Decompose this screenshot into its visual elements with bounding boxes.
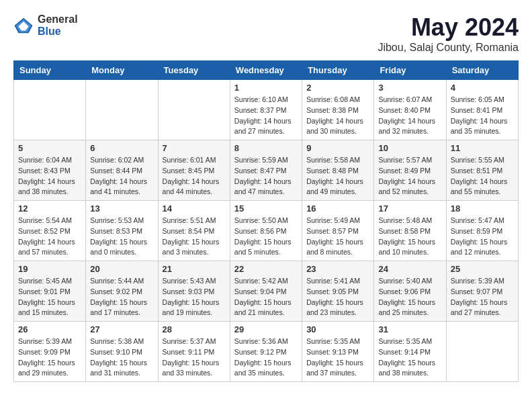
day-cell: 4Sunrise: 6:05 AM Sunset: 8:41 PM Daylig… bbox=[446, 80, 518, 140]
week-row-5: 26Sunrise: 5:39 AM Sunset: 9:09 PM Dayli… bbox=[14, 322, 519, 382]
day-cell: 27Sunrise: 5:38 AM Sunset: 9:10 PM Dayli… bbox=[86, 322, 158, 382]
day-number: 30 bbox=[306, 324, 369, 334]
day-info: Sunrise: 5:50 AM Sunset: 8:56 PM Dayligh… bbox=[234, 216, 298, 258]
day-info: Sunrise: 6:04 AM Sunset: 8:43 PM Dayligh… bbox=[18, 155, 81, 197]
day-number: 3 bbox=[378, 83, 441, 93]
calendar-table: SundayMondayTuesdayWednesdayThursdayFrid… bbox=[13, 60, 519, 382]
subtitle: Jibou, Salaj County, Romania bbox=[378, 42, 519, 54]
day-cell: 5Sunrise: 6:04 AM Sunset: 8:43 PM Daylig… bbox=[14, 140, 86, 201]
day-cell: 13Sunrise: 5:53 AM Sunset: 8:53 PM Dayli… bbox=[86, 201, 158, 261]
day-info: Sunrise: 6:10 AM Sunset: 8:37 PM Dayligh… bbox=[234, 95, 298, 137]
day-info: Sunrise: 5:49 AM Sunset: 8:57 PM Dayligh… bbox=[306, 216, 369, 258]
day-number: 24 bbox=[378, 264, 441, 274]
day-cell: 24Sunrise: 5:40 AM Sunset: 9:06 PM Dayli… bbox=[374, 261, 446, 322]
header-cell-thursday: Thursday bbox=[302, 61, 374, 80]
day-cell: 29Sunrise: 5:36 AM Sunset: 9:12 PM Dayli… bbox=[230, 322, 302, 382]
day-number: 4 bbox=[451, 83, 514, 93]
header-cell-monday: Monday bbox=[86, 61, 158, 80]
week-row-2: 5Sunrise: 6:04 AM Sunset: 8:43 PM Daylig… bbox=[14, 140, 519, 201]
day-cell: 31Sunrise: 5:35 AM Sunset: 9:14 PM Dayli… bbox=[374, 322, 446, 382]
day-cell: 30Sunrise: 5:35 AM Sunset: 9:13 PM Dayli… bbox=[302, 322, 374, 382]
day-cell: 22Sunrise: 5:42 AM Sunset: 9:04 PM Dayli… bbox=[230, 261, 302, 322]
day-number: 23 bbox=[306, 264, 369, 274]
day-cell: 3Sunrise: 6:07 AM Sunset: 8:40 PM Daylig… bbox=[374, 80, 446, 140]
header-cell-tuesday: Tuesday bbox=[158, 61, 230, 80]
day-number: 25 bbox=[451, 264, 514, 274]
header-cell-saturday: Saturday bbox=[446, 61, 518, 80]
day-cell: 2Sunrise: 6:08 AM Sunset: 8:38 PM Daylig… bbox=[302, 80, 374, 140]
day-cell: 21Sunrise: 5:43 AM Sunset: 9:03 PM Dayli… bbox=[158, 261, 230, 322]
logo-blue-text: Blue bbox=[38, 26, 78, 38]
day-number: 12 bbox=[18, 203, 81, 214]
day-info: Sunrise: 5:37 AM Sunset: 9:11 PM Dayligh… bbox=[163, 336, 226, 379]
day-number: 22 bbox=[234, 264, 298, 274]
day-info: Sunrise: 5:57 AM Sunset: 8:49 PM Dayligh… bbox=[378, 155, 441, 197]
day-cell bbox=[158, 80, 230, 140]
day-number: 10 bbox=[378, 143, 441, 153]
day-number: 5 bbox=[18, 143, 81, 153]
day-number: 14 bbox=[163, 203, 226, 214]
day-number: 9 bbox=[306, 143, 369, 153]
day-info: Sunrise: 5:45 AM Sunset: 9:01 PM Dayligh… bbox=[18, 276, 81, 318]
day-cell: 6Sunrise: 6:02 AM Sunset: 8:44 PM Daylig… bbox=[86, 140, 158, 201]
header-row: SundayMondayTuesdayWednesdayThursdayFrid… bbox=[14, 61, 519, 80]
header-cell-friday: Friday bbox=[374, 61, 446, 80]
day-info: Sunrise: 6:02 AM Sunset: 8:44 PM Dayligh… bbox=[90, 155, 153, 197]
day-number: 27 bbox=[90, 324, 153, 334]
day-cell bbox=[14, 80, 86, 140]
day-info: Sunrise: 5:59 AM Sunset: 8:47 PM Dayligh… bbox=[234, 155, 298, 197]
day-cell: 19Sunrise: 5:45 AM Sunset: 9:01 PM Dayli… bbox=[14, 261, 86, 322]
day-number: 26 bbox=[18, 324, 81, 334]
day-info: Sunrise: 6:05 AM Sunset: 8:41 PM Dayligh… bbox=[451, 95, 514, 137]
day-info: Sunrise: 5:40 AM Sunset: 9:06 PM Dayligh… bbox=[378, 276, 441, 318]
header-cell-wednesday: Wednesday bbox=[230, 61, 302, 80]
day-info: Sunrise: 5:48 AM Sunset: 8:58 PM Dayligh… bbox=[378, 216, 441, 258]
day-cell: 23Sunrise: 5:41 AM Sunset: 9:05 PM Dayli… bbox=[302, 261, 374, 322]
day-number: 6 bbox=[90, 143, 153, 153]
day-info: Sunrise: 5:54 AM Sunset: 8:52 PM Dayligh… bbox=[18, 216, 81, 258]
day-number: 15 bbox=[234, 203, 298, 214]
week-row-4: 19Sunrise: 5:45 AM Sunset: 9:01 PM Dayli… bbox=[14, 261, 519, 322]
day-info: Sunrise: 5:43 AM Sunset: 9:03 PM Dayligh… bbox=[163, 276, 226, 318]
day-cell: 1Sunrise: 6:10 AM Sunset: 8:37 PM Daylig… bbox=[230, 80, 302, 140]
day-cell bbox=[86, 80, 158, 140]
day-info: Sunrise: 5:35 AM Sunset: 9:14 PM Dayligh… bbox=[378, 336, 441, 379]
day-cell: 8Sunrise: 5:59 AM Sunset: 8:47 PM Daylig… bbox=[230, 140, 302, 201]
day-info: Sunrise: 5:44 AM Sunset: 9:02 PM Dayligh… bbox=[90, 276, 153, 318]
day-info: Sunrise: 5:51 AM Sunset: 8:54 PM Dayligh… bbox=[163, 216, 226, 258]
day-number: 11 bbox=[451, 143, 514, 153]
day-number: 16 bbox=[306, 203, 369, 214]
logo-text: General Blue bbox=[38, 13, 78, 37]
day-info: Sunrise: 5:41 AM Sunset: 9:05 PM Dayligh… bbox=[306, 276, 369, 318]
calendar-header: SundayMondayTuesdayWednesdayThursdayFrid… bbox=[14, 61, 519, 80]
day-cell: 16Sunrise: 5:49 AM Sunset: 8:57 PM Dayli… bbox=[302, 201, 374, 261]
day-info: Sunrise: 5:35 AM Sunset: 9:13 PM Dayligh… bbox=[306, 336, 369, 379]
day-number: 29 bbox=[234, 324, 298, 334]
day-number: 17 bbox=[378, 203, 441, 214]
logo: General Blue bbox=[13, 13, 78, 37]
logo-general-text: General bbox=[38, 13, 78, 26]
day-info: Sunrise: 5:39 AM Sunset: 9:07 PM Dayligh… bbox=[451, 276, 514, 318]
day-info: Sunrise: 6:01 AM Sunset: 8:45 PM Dayligh… bbox=[163, 155, 226, 197]
day-cell: 25Sunrise: 5:39 AM Sunset: 9:07 PM Dayli… bbox=[446, 261, 518, 322]
day-cell: 9Sunrise: 5:58 AM Sunset: 8:48 PM Daylig… bbox=[302, 140, 374, 201]
day-number: 7 bbox=[163, 143, 226, 153]
day-cell: 12Sunrise: 5:54 AM Sunset: 8:52 PM Dayli… bbox=[14, 201, 86, 261]
header-cell-sunday: Sunday bbox=[14, 61, 86, 80]
day-info: Sunrise: 6:08 AM Sunset: 8:38 PM Dayligh… bbox=[306, 95, 369, 137]
day-number: 18 bbox=[451, 203, 514, 214]
day-info: Sunrise: 5:53 AM Sunset: 8:53 PM Dayligh… bbox=[90, 216, 153, 258]
day-number: 21 bbox=[163, 264, 226, 274]
day-number: 31 bbox=[378, 324, 441, 334]
day-info: Sunrise: 5:36 AM Sunset: 9:12 PM Dayligh… bbox=[234, 336, 298, 379]
day-number: 28 bbox=[163, 324, 226, 334]
day-number: 8 bbox=[234, 143, 298, 153]
day-number: 19 bbox=[18, 264, 81, 274]
day-cell: 14Sunrise: 5:51 AM Sunset: 8:54 PM Dayli… bbox=[158, 201, 230, 261]
day-number: 1 bbox=[234, 83, 298, 93]
main-title: May 2024 bbox=[378, 13, 519, 42]
day-cell: 17Sunrise: 5:48 AM Sunset: 8:58 PM Dayli… bbox=[374, 201, 446, 261]
title-block: May 2024 Jibou, Salaj County, Romania bbox=[378, 13, 519, 54]
week-row-3: 12Sunrise: 5:54 AM Sunset: 8:52 PM Dayli… bbox=[14, 201, 519, 261]
day-number: 2 bbox=[306, 83, 369, 93]
